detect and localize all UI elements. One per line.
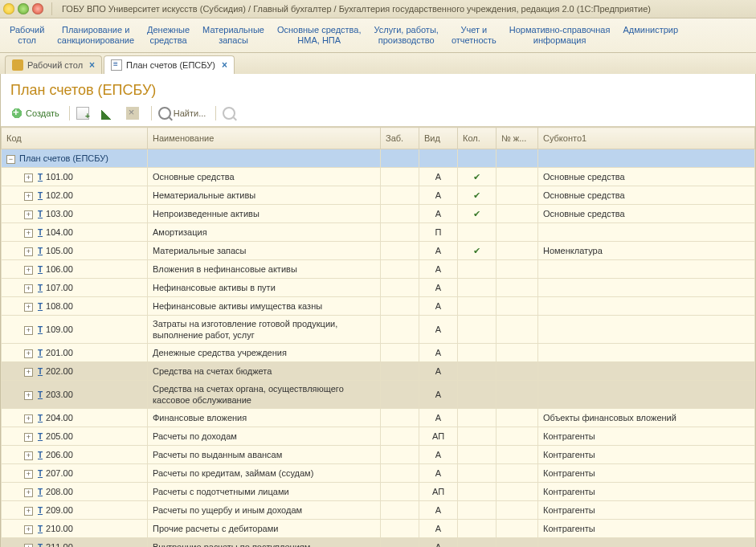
table-row[interactable]: +T107.00Нефинансовые активы в путиА <box>2 279 755 297</box>
code: 211.00 <box>46 542 73 548</box>
col-header-6[interactable]: Субконто1 <box>538 128 755 149</box>
zab-cell <box>381 427 419 446</box>
table-row[interactable]: +T202.00Средства на счетах бюджетаА <box>2 362 755 381</box>
window-restore-icon[interactable] <box>18 3 29 14</box>
t-icon: T <box>38 265 43 274</box>
tab-label: Рабочий стол <box>27 60 83 70</box>
nav-item-8[interactable]: Администрир <box>616 20 684 52</box>
expand-icon[interactable]: + <box>24 266 33 275</box>
code: 202.00 <box>46 366 73 376</box>
expand-icon[interactable]: + <box>24 544 33 548</box>
name-cell: Вложения в нефинансовые активы <box>148 260 381 279</box>
kol-cell <box>458 344 497 362</box>
expand-icon[interactable]: + <box>24 433 33 442</box>
nav-item-7[interactable]: Нормативно-справочнаяинформация <box>503 20 617 52</box>
window-1c-icon[interactable] <box>3 3 14 14</box>
table-row[interactable]: +T205.00Расчеты по доходамАПКонтрагенты <box>2 427 755 446</box>
tab-0[interactable]: Рабочий стол× <box>5 55 102 74</box>
nav-item-3[interactable]: Материальныезапасы <box>196 20 271 52</box>
nav-item-4[interactable]: Основные средства,НМА, НПА <box>271 20 368 52</box>
expand-icon[interactable]: + <box>24 349 33 358</box>
expand-icon[interactable]: + <box>24 470 33 479</box>
find-button[interactable]: Найти... <box>155 105 210 121</box>
subkonto-cell <box>538 381 755 409</box>
zab-cell <box>381 205 419 223</box>
name-cell: Расчеты по кредитам, займам (ссудам) <box>148 464 381 483</box>
table-row[interactable]: +T203.00Средства на счетах органа, осуще… <box>2 381 755 409</box>
table-row[interactable]: +T102.00Нематериальные активыА✔Основные … <box>2 186 755 205</box>
t-icon: T <box>38 506 43 515</box>
expand-icon[interactable]: + <box>24 247 33 256</box>
expand-icon[interactable]: + <box>24 326 33 335</box>
table-row[interactable]: +T108.00Нефинансовые активы имущества ка… <box>2 297 755 316</box>
col-header-5[interactable]: № ж... <box>497 128 538 149</box>
tab-close-icon[interactable]: × <box>222 59 227 71</box>
expand-icon[interactable]: + <box>24 451 33 460</box>
t-icon: T <box>38 543 43 548</box>
table-row[interactable]: +T210.00Прочие расчеты с дебиторамиАКонт… <box>2 520 755 538</box>
zab-cell <box>381 223 419 242</box>
table-row[interactable]: +T101.00Основные средстваА✔Основные сред… <box>2 168 755 186</box>
table-row[interactable]: +T106.00Вложения в нефинансовые активыА <box>2 260 755 279</box>
table-row[interactable]: +T211.00Внутренние расчеты по поступлени… <box>2 538 755 548</box>
nav-item-0[interactable]: Рабочийстол <box>3 20 51 52</box>
clear-find-button[interactable] <box>219 105 241 121</box>
table-row[interactable]: +T208.00Расчеты с подотчетными лицамиАПК… <box>2 483 755 501</box>
name-cell: Средства на счетах бюджета <box>148 362 381 381</box>
delete-button[interactable] <box>123 105 145 121</box>
expand-icon[interactable]: + <box>24 210 33 219</box>
t-icon: T <box>38 173 43 182</box>
expand-icon[interactable]: + <box>24 525 33 534</box>
tab-close-icon[interactable]: × <box>89 59 95 71</box>
kol-cell: ✔ <box>458 205 497 223</box>
expand-icon[interactable]: + <box>24 368 33 377</box>
t-icon: T <box>38 432 43 441</box>
tab-1[interactable]: План счетов (ЕПСБУ)× <box>104 55 235 74</box>
expand-icon[interactable]: + <box>24 303 33 312</box>
nav-item-1[interactable]: Планирование исанкционирование <box>51 20 141 52</box>
expand-icon[interactable]: + <box>24 229 33 238</box>
col-header-1[interactable]: Наименование <box>148 128 381 149</box>
expand-icon[interactable]: + <box>24 414 33 423</box>
table-row[interactable]: +T104.00АмортизацияП <box>2 223 755 242</box>
nav-item-2[interactable]: Денежныесредства <box>141 20 196 52</box>
nzh-cell <box>497 242 538 260</box>
copy-icon <box>76 107 89 120</box>
edit-button[interactable] <box>98 105 120 121</box>
collapse-icon[interactable]: − <box>6 155 15 164</box>
expand-icon[interactable]: + <box>24 192 33 201</box>
table-row[interactable]: +T103.00Непроизведенные активыА✔Основные… <box>2 205 755 223</box>
window-close-icon[interactable] <box>32 3 43 14</box>
table-row[interactable]: +T201.00Денежные средства учрежденияА <box>2 344 755 362</box>
table-row[interactable]: +T105.00Материальные запасыА✔Номенклатур… <box>2 242 755 260</box>
expand-icon[interactable]: + <box>24 488 33 497</box>
subkonto-cell: Контрагенты <box>538 483 755 501</box>
kol-cell <box>458 409 497 427</box>
table-row[interactable]: +T204.00Финансовые вложенияАОбъекты фина… <box>2 409 755 427</box>
expand-icon[interactable]: + <box>24 284 33 293</box>
subkonto-cell: Контрагенты <box>538 501 755 520</box>
nav-item-6[interactable]: Учет иотчетность <box>445 20 503 52</box>
create-button[interactable]: Создать <box>7 105 63 121</box>
kol-cell <box>458 297 497 316</box>
group-row[interactable]: − План счетов (ЕПСБУ) <box>2 149 755 168</box>
desktop-icon <box>12 59 23 71</box>
copy-button[interactable] <box>73 105 95 121</box>
table-row[interactable]: +T206.00Расчеты по выданным авансамАКонт… <box>2 446 755 464</box>
col-header-3[interactable]: Вид <box>419 128 458 149</box>
col-header-0[interactable]: Код <box>2 128 148 149</box>
col-header-2[interactable]: Заб. <box>381 128 419 149</box>
expand-icon[interactable]: + <box>24 173 33 182</box>
col-header-4[interactable]: Кол. <box>458 128 497 149</box>
expand-icon[interactable]: + <box>24 391 33 400</box>
expand-icon[interactable]: + <box>24 507 33 516</box>
nzh-cell <box>497 205 538 223</box>
accounts-grid[interactable]: КодНаименованиеЗаб.ВидКол.№ ж...Субконто… <box>1 127 755 547</box>
nav-item-5[interactable]: Услуги, работы,производство <box>368 20 445 52</box>
subkonto-cell: Контрагенты <box>538 446 755 464</box>
t-icon: T <box>38 414 43 422</box>
tab-label: План счетов (ЕПСБУ) <box>126 60 215 70</box>
table-row[interactable]: +T109.00Затраты на изготовление готовой … <box>2 316 755 344</box>
table-row[interactable]: +T207.00Расчеты по кредитам, займам (ссу… <box>2 464 755 483</box>
table-row[interactable]: +T209.00Расчеты по ущербу и иным доходам… <box>2 501 755 520</box>
